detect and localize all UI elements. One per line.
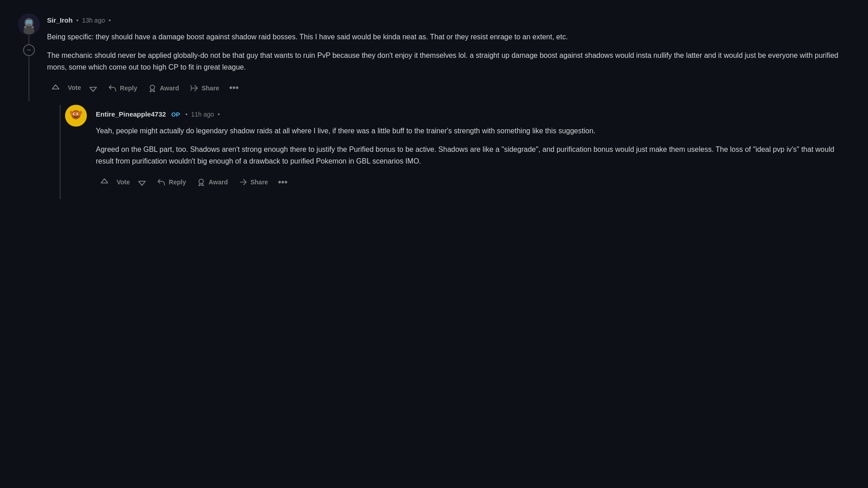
vote-label-pineapple: Vote [115,178,132,187]
award-button-pineapple[interactable]: Award [192,175,232,189]
thread-line-top [28,35,29,44]
svg-rect-5 [27,24,31,25]
reply-paragraph-1: Yeah, people might actually do legendary… [96,125,850,137]
comment-body-sir-iroh: Sir_Iroh • 13h ago • Being specific: the… [47,14,850,199]
reply-label-pineapple: Reply [169,178,186,186]
share-icon-pineapple [239,178,248,187]
comment-sir-iroh: − Sir_Iroh • 13h ago • Being specific: t… [18,14,850,204]
svg-point-7 [24,26,27,28]
reply-icon-sir-iroh [108,84,117,93]
thread-line-container: − [18,14,40,101]
action-bar-sir-iroh: Vote Reply [47,80,850,96]
username-sir-iroh: Sir_Iroh [47,15,73,26]
award-label-sir-iroh: Award [160,84,179,92]
thread-line-bottom [28,56,29,101]
dot-sep-2: • [108,16,111,25]
avatar-sir-iroh [18,14,40,35]
dot-sep-4: • [217,110,220,119]
share-icon-sir-iroh [190,84,199,93]
collapse-button-top[interactable]: − [23,44,35,56]
svg-rect-3 [27,21,28,23]
reply-icon-pineapple [157,178,166,187]
comment-thread: − Sir_Iroh • 13h ago • Being specific: t… [18,14,850,204]
avatar-sir-iroh-svg [18,14,40,35]
svg-point-16 [78,113,79,114]
svg-point-15 [74,113,75,114]
timestamp-pineapple: 11h ago [191,110,214,119]
upvote-icon-pineapple [99,177,109,187]
downvote-icon [88,83,98,93]
dot-sep-1: • [76,16,79,25]
downvote-button-pineapple[interactable] [133,174,151,190]
avatar-pineapple [65,105,87,127]
award-button-sir-iroh[interactable]: Award [143,81,184,95]
share-button-sir-iroh[interactable]: Share [185,81,224,95]
share-button-pineapple[interactable]: Share [234,175,273,189]
svg-rect-4 [29,21,31,23]
more-dots-sir-iroh: ••• [229,83,239,93]
nested-body-pineapple: Entire_Pineapple4732 OP • 11h ago • Yeah… [96,105,850,199]
comment-header-sir-iroh: Sir_Iroh • 13h ago • [47,15,850,26]
nested-avatar-container [65,105,87,199]
comment-text-pineapple: Yeah, people might actually do legendary… [96,125,850,167]
reply-button-pineapple[interactable]: Reply [152,175,190,189]
svg-point-19 [199,179,203,183]
comment-paragraph-2: The mechanic should never be applied glo… [47,50,850,73]
svg-point-8 [31,26,34,28]
svg-point-9 [150,85,155,89]
reply-button-sir-iroh[interactable]: Reply [104,81,142,95]
award-icon-sir-iroh [148,84,157,93]
upvote-button-sir-iroh[interactable] [47,80,64,96]
username-pineapple: Entire_Pineapple4732 [96,109,166,120]
comment-text-sir-iroh: Being specific: they should have a damag… [47,31,850,73]
comment-header-pineapple: Entire_Pineapple4732 OP • 11h ago • [96,109,850,120]
upvote-icon [51,83,61,93]
share-label-sir-iroh: Share [202,84,219,92]
award-label-pineapple: Award [208,178,228,186]
upvote-button-pineapple[interactable] [96,174,113,190]
action-bar-pineapple: Vote [96,174,850,190]
timestamp-sir-iroh: 13h ago [82,16,105,25]
dot-sep-3: • [185,110,188,119]
share-label-pineapple: Share [250,178,268,186]
more-button-sir-iroh[interactable]: ••• [226,80,242,96]
more-dots-pineapple: ••• [278,177,288,188]
page-container: − Sir_Iroh • 13h ago • Being specific: t… [0,0,868,217]
vote-section-sir-iroh: Vote [47,80,102,96]
reply-paragraph-2: Agreed on the GBL part, too. Shadows are… [96,144,850,167]
reply-label-sir-iroh: Reply [120,84,137,92]
avatar-pineapple-svg [65,105,87,127]
downvote-button-sir-iroh[interactable] [85,80,102,96]
downvote-icon-pineapple [137,177,147,187]
op-badge-pineapple: OP [170,110,182,120]
award-icon-pineapple [197,178,206,187]
comment-paragraph-1: Being specific: they should have a damag… [47,31,850,43]
vote-label-sir-iroh: Vote [66,83,83,93]
vote-section-pineapple: Vote [96,174,151,190]
nested-comment-pineapple: Entire_Pineapple4732 OP • 11h ago • Yeah… [60,105,850,199]
more-button-pineapple[interactable]: ••• [274,174,291,190]
